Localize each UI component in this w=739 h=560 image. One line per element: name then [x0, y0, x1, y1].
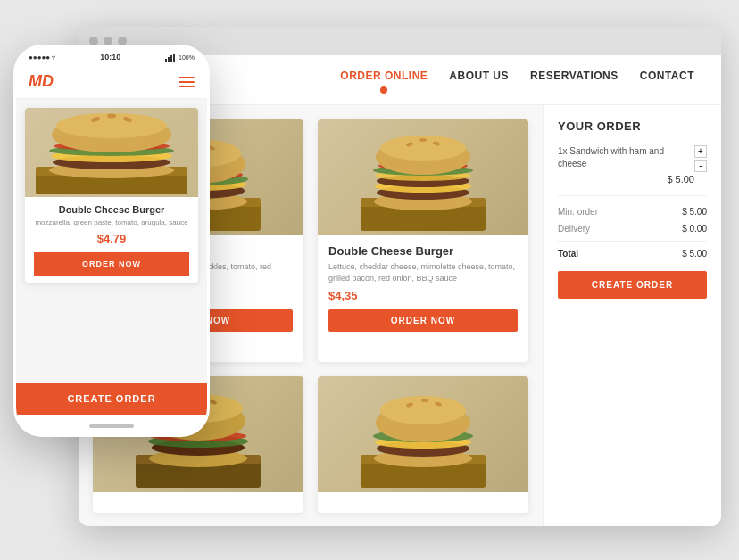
min-order-row: Min. order $ 5.00 [558, 207, 707, 217]
order-item-name: 1x Sandwich with ham and cheese [558, 145, 694, 170]
order-item-info: 1x Sandwich with ham and cheese $ 5.00 [558, 145, 694, 185]
order-item-controls: + - [694, 145, 707, 172]
phone-home-area [16, 415, 207, 434]
burger-illustration-2 [318, 119, 528, 235]
menu-card-4 [318, 376, 528, 513]
menu-card-price-double: $4,35 [328, 289, 518, 302]
order-sidebar: YOUR ORDER 1x Sandwich with ham and chee… [543, 105, 721, 526]
phone-home-indicator [89, 424, 134, 428]
total-value: $ 5.00 [682, 249, 707, 259]
nav-link-about[interactable]: ABOUT US [449, 70, 509, 82]
order-title: YOUR ORDER [558, 119, 707, 133]
phone-burger-illustration [31, 108, 192, 197]
total-inner-row: Total $ 5.00 [558, 249, 707, 259]
min-order-label: Min. order [558, 207, 598, 217]
nav-links: ORDER ONLINE ABOUT US RESERVATIONS CONTA… [340, 67, 694, 94]
phone-menu-price: $4.79 [34, 232, 189, 245]
quantity-increase-button[interactable]: + [694, 145, 707, 158]
phone-time: 10:10 [100, 53, 120, 62]
nav-link-contact[interactable]: CONTACT [640, 70, 694, 82]
phone-nav: MD [16, 65, 207, 99]
menu-card-double-cheese: Double Cheese Burger Lettuce, cheddar ch… [318, 119, 528, 362]
phone-logo: MD [29, 72, 54, 91]
nav-item-order[interactable]: ORDER ONLINE [340, 67, 428, 94]
phone-menu-title: Double Cheese Burger [34, 204, 189, 215]
phone-status-icons: 100% [165, 54, 195, 62]
svg-point-60 [107, 114, 116, 119]
order-now-double-button[interactable]: ORDER NOW [328, 309, 518, 332]
nav-item-reservations[interactable]: RESERVATIONS [530, 67, 619, 94]
phone-menu-body: Double Cheese Burger mozzarella, green p… [25, 197, 198, 283]
nav-item-about[interactable]: ABOUT US [449, 67, 509, 94]
phone-menu-card: Double Cheese Burger mozzarella, green p… [25, 108, 198, 283]
delivery-label: Delivery [558, 224, 590, 234]
delivery-row: Delivery $ 0.00 [558, 224, 707, 234]
svg-point-26 [419, 138, 427, 142]
burger-illustration-4 [318, 376, 528, 492]
phone: ●●●●● ▿ 10:10 100% MD [13, 45, 210, 437]
nav-link-reservations[interactable]: RESERVATIONS [530, 70, 619, 82]
phone-menu-desc: mozzarella, green paste, tomato, arugula… [34, 218, 189, 227]
phone-battery-icon: 100% [179, 54, 195, 61]
menu-card-img-4 [318, 376, 528, 492]
min-order-value: $ 5.00 [682, 207, 707, 217]
delivery-value: $ 0.00 [682, 224, 707, 234]
phone-wrapper: ●●●●● ▿ 10:10 100% MD [13, 45, 210, 437]
phone-order-now-button[interactable]: ORDER NOW [34, 252, 189, 276]
order-item: 1x Sandwich with ham and cheese $ 5.00 +… [558, 145, 707, 196]
quantity-decrease-button[interactable]: - [694, 160, 707, 172]
menu-card-title-double: Double Cheese Burger [328, 244, 518, 258]
phone-content: Double Cheese Burger mozzarella, green p… [16, 99, 207, 383]
nav-active-dot [380, 86, 387, 94]
menu-card-body-double: Double Cheese Burger Lettuce, cheddar ch… [318, 235, 528, 341]
phone-carrier: ●●●●● ▿ [29, 54, 55, 62]
phone-menu-img [25, 108, 198, 197]
order-item-price: $ 5.00 [558, 174, 694, 185]
hamburger-menu-icon[interactable] [179, 77, 195, 87]
menu-card-desc-double: Lettuce, cheddar cheese, mimolette chees… [328, 261, 518, 284]
nav-link-order[interactable]: ORDER ONLINE [340, 70, 428, 82]
phone-create-order-button[interactable]: CREATE ORDER [16, 383, 207, 415]
phone-signal-icon [165, 54, 175, 62]
phone-inner: ●●●●● ▿ 10:10 100% MD [16, 47, 207, 434]
phone-status-bar: ●●●●● ▿ 10:10 100% [16, 47, 207, 65]
total-row: Total $ 5.00 [558, 241, 707, 259]
menu-card-img-double [318, 119, 528, 235]
total-label: Total [558, 249, 578, 259]
svg-point-48 [421, 399, 428, 402]
page-wrapper: MD ORDER ONLINE ABOUT US RESERVATIONS [0, 0, 739, 560]
nav-item-contact[interactable]: CONTACT [640, 67, 694, 94]
create-order-button[interactable]: CREATE ORDER [558, 271, 707, 299]
